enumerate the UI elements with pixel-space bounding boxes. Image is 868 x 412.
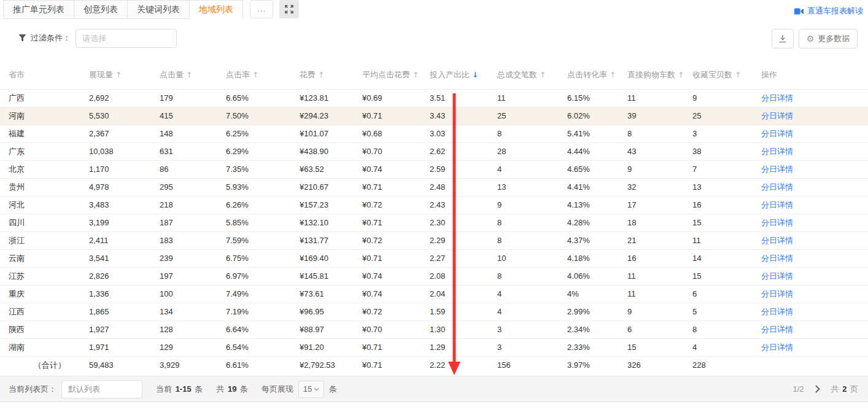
daily-detail-link[interactable]: 分日详情 [761,254,793,263]
filter-select-input[interactable] [76,29,177,48]
column-header-5[interactable]: 花费↑ [300,61,362,89]
cell-value: 6.65% [226,89,300,107]
pager: 1/2 共 2 页 [792,384,858,395]
cell-value: 9 [692,89,761,107]
sort-arrow-icon[interactable]: ↑ [413,71,419,79]
sort-arrow-icon[interactable]: ↑ [252,71,258,79]
cell-value: 134 [160,303,226,321]
sort-arrow-icon[interactable]: ↓ [472,71,478,79]
daily-detail-link[interactable]: 分日详情 [761,325,793,334]
cell-value: 1.30 [430,321,497,338]
cell-value: 2.59 [430,160,497,178]
cell-value: 8 [497,214,567,231]
daily-detail-link[interactable]: 分日详情 [761,236,793,245]
tab-region-list[interactable]: 地域列表 [189,0,243,19]
cell-value: ¥91.20 [300,338,362,356]
cell-value: 13 [497,178,567,196]
sort-arrow-icon[interactable]: ↑ [186,71,192,79]
column-header-10[interactable]: 直接购物车数↑ [627,61,692,89]
sort-arrow-icon[interactable]: ↑ [115,71,122,79]
sort-arrow-icon[interactable]: ↑ [610,71,616,79]
daily-detail-link[interactable]: 分日详情 [761,218,793,227]
tab-keyword-list[interactable]: 关键词列表 [127,0,190,19]
cell-value: 4.18% [567,249,627,267]
cell-value: 14 [692,249,761,267]
cell-value: 7 [692,160,761,178]
column-label: 直接购物车数 [627,70,675,79]
cell-value: 11 [497,89,567,107]
cell-value: ¥157.23 [300,196,362,214]
cell-value: 6.75% [226,249,300,267]
column-header-2[interactable]: 展现量↑ [89,61,160,89]
daily-detail-link[interactable]: 分日详情 [761,307,793,316]
cell-value: 2.62 [430,142,497,160]
daily-detail-link[interactable]: 分日详情 [761,182,793,192]
column-header-6[interactable]: 平均点击花费↑ [362,61,430,89]
table-row: 广东10,0386316.29%¥438.90¥0.702.62284.44%4… [0,142,868,160]
column-header-11[interactable]: 收藏宝贝数↑ [692,61,761,89]
cell-value: 86 [160,160,226,178]
cell-value: ¥132.10 [300,214,362,231]
cell-action: 分日详情 [761,321,868,338]
tab-promo-unit-list[interactable]: 推广单元列表 [3,0,74,19]
sort-arrow-icon[interactable]: ↑ [678,71,684,79]
daily-detail-link[interactable]: 分日详情 [761,147,793,156]
cell-value: ¥0.74 [362,267,430,285]
cell-province: 陕西 [0,321,89,338]
daily-detail-link[interactable]: 分日详情 [761,111,793,120]
table-header-row: 省市展现量↑点击量↑点击率↑花费↑平均点击花费↑投入产出比↓总成交笔数↑点击转化… [0,61,868,89]
next-page-button[interactable] [815,385,820,393]
daily-detail-link[interactable]: 分日详情 [761,200,793,209]
column-header-4[interactable]: 点击率↑ [226,61,300,89]
daily-detail-link[interactable]: 分日详情 [761,343,793,352]
column-header-7[interactable]: 投入产出比↓ [430,61,497,89]
cell-value: 100 [160,285,226,303]
column-label: 平均点击花费 [362,70,410,79]
column-header-3[interactable]: 点击量↑ [160,61,226,89]
cell-value: 4 [497,285,567,303]
cell-value: 1,336 [89,285,160,303]
sort-arrow-icon[interactable]: ↑ [318,71,324,79]
pages-count: 2 [842,384,847,394]
pages-prefix: 共 [831,384,839,394]
more-data-button[interactable]: ⚙ 更多数据 [799,29,858,49]
cell-value: ¥0.70 [362,321,430,338]
more-tabs-button[interactable]: ... [250,0,273,18]
daily-detail-link[interactable]: 分日详情 [761,289,793,298]
cell-value: 1,170 [89,160,160,178]
sort-arrow-icon[interactable]: ↑ [540,71,546,79]
column-header-9[interactable]: 点击转化率↑ [567,61,627,89]
cell-value: 148 [160,125,226,142]
column-header-8[interactable]: 总成交笔数↑ [497,61,567,89]
cell-value: 4 [497,303,567,321]
report-interpretation-link[interactable]: 直通车报表解读 [794,6,863,17]
per-page-value: 15 [303,384,312,394]
cell-value: 16 [627,249,692,267]
cell-province: 四川 [0,214,89,231]
cell-value: 5.93% [226,178,300,196]
download-button[interactable] [772,29,794,49]
cell-value: ¥145.81 [300,267,362,285]
column-label: 省市 [9,70,25,79]
daily-detail-link[interactable]: 分日详情 [761,165,793,174]
download-icon [778,34,787,43]
cell-value: 4.13% [567,196,627,214]
cell-value: 25 [497,107,567,125]
pagination-bar: 当前列表页： 默认列表 当前 1-15 条 共 19 条 每页展现 15 条 1… [0,376,868,402]
table-row: 福建2,3671486.25%¥101.07¥0.683.0385.41%83分… [0,125,868,142]
sort-arrow-icon[interactable]: ↑ [735,71,741,79]
daily-detail-link[interactable]: 分日详情 [761,93,793,103]
per-page-unit: 条 [329,384,337,395]
chevron-right-icon [815,385,820,393]
tab-creative-list[interactable]: 创意列表 [74,0,128,19]
per-page-select[interactable]: 15 [298,381,324,398]
list-select[interactable]: 默认列表 [61,380,142,398]
cell-value: 4% [567,285,627,303]
table-row: 四川3,1991875.85%¥132.10¥0.712.3084.28%181… [0,214,868,231]
column-label: 操作 [761,70,777,79]
daily-detail-link[interactable]: 分日详情 [761,271,793,281]
fullscreen-button[interactable] [279,0,299,18]
cell-action: 分日详情 [761,178,868,196]
daily-detail-link[interactable]: 分日详情 [761,129,793,138]
cell-value: 5.41% [567,125,627,142]
